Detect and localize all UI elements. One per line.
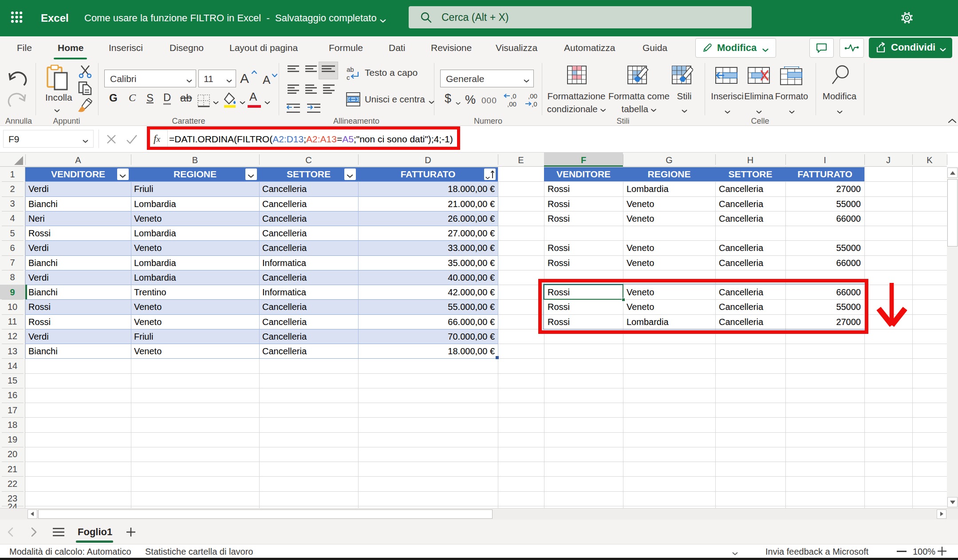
svg-text:,0: ,0 bbox=[532, 100, 537, 108]
svg-text:,00: ,00 bbox=[528, 92, 537, 100]
svg-text:,00: ,00 bbox=[507, 100, 516, 108]
svg-text:,0: ,0 bbox=[511, 92, 516, 100]
svg-text:ab: ab bbox=[347, 66, 354, 73]
svg-text:c: c bbox=[347, 74, 350, 81]
